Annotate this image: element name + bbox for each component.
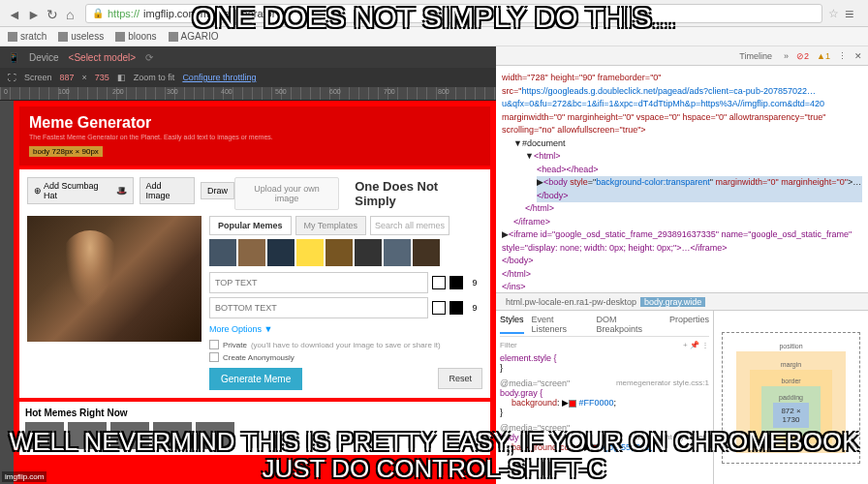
warning-count[interactable]: ▲1 <box>817 51 830 61</box>
site-viewport: Meme Generator The Fastest Meme Generato… <box>14 101 496 484</box>
template-thumb[interactable] <box>267 239 294 266</box>
bookmark-item[interactable]: bloons <box>115 31 156 42</box>
private-checkbox[interactable] <box>209 340 219 349</box>
bookmark-item[interactable]: AGARIO <box>169 31 219 42</box>
reset-button[interactable]: Reset <box>438 368 482 389</box>
generate-button[interactable]: Generate Meme <box>209 368 302 390</box>
draw-button[interactable]: Draw <box>201 182 234 199</box>
top-text-input[interactable] <box>209 272 428 293</box>
font-size[interactable]: 9 <box>467 303 482 313</box>
anonymous-label: Create Anonymously <box>223 353 294 362</box>
outline-color-picker[interactable] <box>450 276 463 289</box>
device-label: Device <box>29 52 59 63</box>
template-thumb[interactable] <box>413 239 440 266</box>
template-thumb[interactable] <box>209 239 236 266</box>
hot-thumb[interactable] <box>153 422 192 449</box>
screen-label: Screen <box>24 73 52 82</box>
hat-icon: 🎩 <box>116 186 127 196</box>
hot-thumb[interactable] <box>25 422 64 449</box>
template-thumb[interactable] <box>326 239 353 266</box>
rotate-icon[interactable]: ⟳ <box>145 52 153 63</box>
upload-button[interactable]: Upload your own image <box>234 177 339 210</box>
text-color-picker[interactable] <box>432 301 446 315</box>
tab-dom-breakpoints[interactable]: DOM Breakpoints <box>596 315 662 334</box>
add-image-button[interactable]: Add Image <box>140 177 195 204</box>
site-title: Meme Generator <box>29 114 480 132</box>
hot-thumb[interactable] <box>196 422 234 449</box>
home-icon[interactable]: ⌂ <box>66 7 79 20</box>
styles-pane[interactable]: Styles Event Listeners DOM Breakpoints P… <box>496 311 713 484</box>
browser-chrome: ◄ ► ↻ ⌂ 🔒 https://imgflip.com/memegenera… <box>0 0 868 27</box>
bottom-text-input[interactable] <box>209 297 428 318</box>
hot-thumb[interactable] <box>68 422 107 449</box>
meme-preview-image <box>27 216 202 342</box>
template-thumb[interactable] <box>296 239 324 266</box>
zoom-select[interactable]: Zoom to fit <box>134 73 175 82</box>
hot-thumb[interactable] <box>110 422 149 449</box>
font-size[interactable]: 9 <box>467 278 482 287</box>
throttle-link[interactable]: Configure throttling <box>182 73 256 82</box>
screen-width[interactable]: 887 <box>60 73 75 82</box>
color-swatch-icon[interactable] <box>591 444 599 452</box>
breadcrumb-item[interactable]: html.pw-locale-en.ra1-pw-desktop <box>502 297 640 307</box>
template-thumb[interactable] <box>355 239 382 266</box>
search-memes-input[interactable]: Search all memes <box>370 216 450 235</box>
url-protocol: https:// <box>108 8 140 19</box>
bookmarks-bar: sratch useless bloons AGARIO <box>0 27 868 46</box>
back-icon[interactable]: ◄ <box>8 7 21 20</box>
color-swatch-icon[interactable] <box>569 400 576 408</box>
bookmark-star-icon[interactable]: ☆ <box>828 7 839 20</box>
tab-my-templates[interactable]: My Templates <box>295 216 366 235</box>
lock-icon: 🔒 <box>92 8 104 18</box>
private-label: Private <box>223 341 247 349</box>
more-options-link[interactable]: More Options ▼ <box>209 324 482 334</box>
tab-properties[interactable]: Properties <box>669 315 709 334</box>
chrome-menu-icon[interactable]: ≡ <box>845 6 860 21</box>
box-model-viewer: position margin border padding 872 × 173… <box>713 311 868 484</box>
device-model-select[interactable]: <Select model> <box>69 52 137 63</box>
ruler-horizontal: 0 100 200 300 400 500 600 700 800 <box>0 87 496 101</box>
tab-styles[interactable]: Styles <box>500 315 524 334</box>
reload-icon[interactable]: ↻ <box>46 7 60 20</box>
template-thumbnails <box>209 239 482 266</box>
text-color-picker[interactable] <box>432 276 446 289</box>
template-thumb[interactable] <box>384 239 411 266</box>
url-bar[interactable]: 🔒 https://imgflip.com/memegenerator <box>85 4 822 23</box>
more-tabs-icon[interactable]: » <box>784 51 789 61</box>
error-count[interactable]: ⊘2 <box>796 51 809 61</box>
ruler-vertical <box>0 101 14 484</box>
dpr-icon[interactable]: ◧ <box>117 73 126 82</box>
expand-icon[interactable]: ⛶ <box>8 73 16 82</box>
close-devtools-icon[interactable]: ✕ <box>854 51 862 61</box>
outline-color-picker[interactable] <box>450 301 463 315</box>
selected-element[interactable]: ▶<body style="background-color:transpare… <box>537 176 862 202</box>
forward-icon[interactable]: ► <box>27 7 41 20</box>
watermark: imgflip.com <box>2 471 46 482</box>
devtools-settings-icon[interactable]: ⋮ <box>838 51 847 61</box>
screen-height[interactable]: 735 <box>95 73 109 82</box>
tab-event-listeners[interactable]: Event Listeners <box>532 315 589 334</box>
element-breadcrumb: html.pw-locale-en.ra1-pw-desktop body.gr… <box>496 292 868 310</box>
bookmark-item[interactable]: sratch <box>8 31 46 42</box>
favicon-icon <box>169 32 178 42</box>
box-content-size: 872 × 1730 <box>773 403 809 428</box>
tab-popular[interactable]: Popular Memes <box>209 216 292 235</box>
element-size-tooltip: body 728px × 90px <box>29 146 103 157</box>
plus-icon: ⊕ <box>34 186 42 196</box>
favicon-icon <box>58 32 68 42</box>
bookmark-item[interactable]: useless <box>58 31 104 42</box>
breadcrumb-item[interactable]: body.gray.wide <box>640 297 705 307</box>
anonymous-checkbox[interactable] <box>209 352 219 362</box>
styles-filter[interactable]: Filter <box>500 341 517 349</box>
elements-tree[interactable]: width="728" height="90" frameborder="0" … <box>496 66 868 292</box>
styles-toolbar-icons[interactable]: + 📌 ⋮ <box>683 341 709 349</box>
url-path: imgflip.com/memegenerator <box>143 8 275 19</box>
site-header: Meme Generator The Fastest Meme Generato… <box>19 106 490 166</box>
phone-icon[interactable]: 📱 <box>8 52 19 63</box>
favicon-icon <box>8 32 17 42</box>
template-thumb[interactable] <box>238 239 265 266</box>
favicon-icon <box>115 32 125 42</box>
scumbag-hat-button[interactable]: ⊕Add Scumbag Hat🎩 <box>27 177 134 204</box>
timeline-tab[interactable]: Timeline <box>735 49 776 63</box>
device-emulation-panel: 📱 Device <Select model> ⟳ ⛶ Screen 887 ×… <box>0 46 496 484</box>
